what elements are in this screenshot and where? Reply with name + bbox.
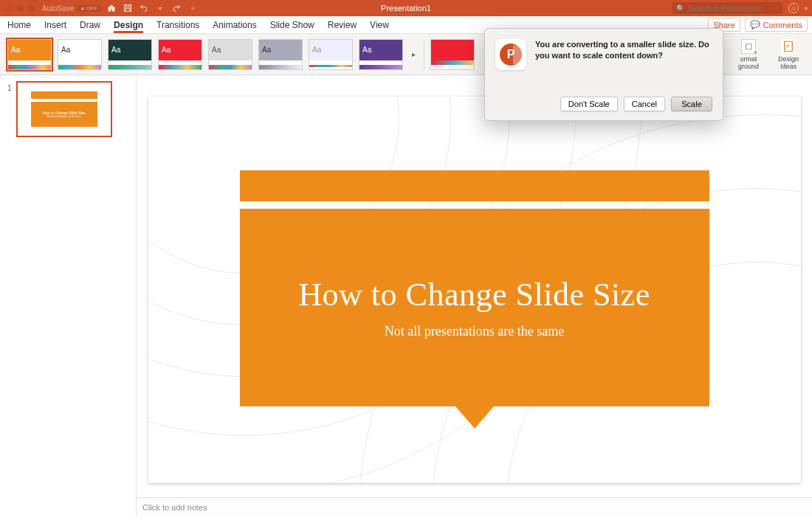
slide-header-bar[interactable] [240,170,709,201]
design-ideas-icon [781,39,796,54]
undo-icon[interactable] [140,4,148,13]
design-ideas-label-2: Ideas [780,63,796,70]
autosave-label: AutoSave [42,4,74,13]
save-icon[interactable] [123,4,132,13]
slide-canvas-wrap[interactable]: How to Change Slide Size Not all present… [137,75,812,497]
theme-7[interactable]: Aa [309,39,353,70]
theme-2[interactable]: Aa [58,39,102,70]
slide-title[interactable]: How to Change Slide Size [298,276,650,313]
tab-insert[interactable]: Insert [44,20,66,33]
bolt-icon: 💬 [750,20,760,30]
ribbon-separator [424,40,424,69]
search-input[interactable] [688,4,778,13]
tab-design[interactable]: Design [114,20,143,33]
thumb-subtitle: Not all presentations are the same [47,115,81,118]
format-bg-label-1: ormat [740,55,757,63]
design-ideas-label-1: Design [778,55,799,63]
theme-3[interactable]: Aa [108,39,152,70]
format-background-button[interactable]: ▢ ormat ground [732,39,765,70]
notes-placeholder: Click to add notes [142,503,207,512]
redo-icon[interactable] [172,4,181,13]
tab-draw[interactable]: Draw [80,20,100,33]
tab-animations[interactable]: Animations [213,20,256,33]
tab-review[interactable]: Review [328,20,357,33]
scale-content-dialog: P You are converting to a smaller slide … [484,28,723,121]
workspace: 1 How to Change Slide Size Not all prese… [0,75,812,517]
design-ideas-button[interactable]: Design Ideas [772,39,805,70]
window-controls [0,5,35,12]
home-icon[interactable] [107,4,116,13]
quick-access-toolbar: ▾ ≡ [107,4,197,13]
tab-home[interactable]: Home [7,20,31,33]
slide-thumbnails-pane[interactable]: 1 How to Change Slide Size Not all prese… [0,75,137,517]
format-background-icon: ▢ [741,39,756,54]
slide-subtitle[interactable]: Not all presentations are the same [385,324,564,339]
account-icon[interactable]: ☺ [788,3,799,13]
autosave-state: ● OFF [77,5,101,12]
thumbnail-1[interactable]: 1 How to Change Slide Size Not all prese… [7,81,128,137]
customize-qat-icon[interactable]: ≡ [188,4,197,13]
scale-button[interactable]: Scale [671,97,712,111]
tab-slideshow[interactable]: Slide Show [270,20,314,33]
tab-transitions[interactable]: Transitions [156,20,199,33]
thumbnail-number: 1 [7,81,12,137]
comments-button[interactable]: 💬Comments [745,18,808,32]
theme-5[interactable]: Aa [208,39,252,70]
undo-dropdown-icon[interactable]: ▾ [156,4,165,13]
theme-6[interactable]: Aa [258,39,303,70]
theme-8[interactable]: Aa [359,39,403,70]
theme-gallery-more-icon[interactable]: ▸ [409,50,418,58]
dialog-message: You are converting to a smaller slide si… [535,39,712,70]
theme-1[interactable]: Aa [7,39,52,70]
slide-title-card[interactable]: How to Change Slide Size Not all present… [240,209,709,406]
theme-4[interactable]: Aa [158,39,202,70]
dont-scale-button[interactable]: Don't Scale [560,97,618,111]
variant-1[interactable] [430,39,475,70]
account-dropdown-icon[interactable]: ▾ [805,5,808,12]
slide-canvas[interactable]: How to Change Slide Size Not all present… [148,97,801,483]
powerpoint-app-icon: P [495,39,526,70]
search-box[interactable]: 🔍 [672,2,782,14]
format-bg-label-2: ground [738,63,759,70]
autosave-toggle[interactable]: AutoSave ● OFF [42,4,101,13]
close-window-icon[interactable] [6,5,13,12]
minimize-window-icon[interactable] [17,5,24,12]
window-title: Presentation1 [381,4,431,13]
cancel-button[interactable]: Cancel [624,97,665,111]
slide-pointer-shape [455,406,494,428]
zoom-window-icon[interactable] [28,5,35,12]
editor-area: How to Change Slide Size Not all present… [137,75,812,517]
search-icon: 🔍 [676,4,685,13]
titlebar: AutoSave ● OFF ▾ ≡ Presentation1 🔍 ☺ ▾ [0,0,812,16]
tab-view[interactable]: View [370,20,389,33]
thumbnail-preview[interactable]: How to Change Slide Size Not all present… [16,81,112,137]
notes-pane[interactable]: Click to add notes [137,497,812,517]
svg-rect-2 [125,9,130,12]
svg-rect-1 [126,5,130,7]
